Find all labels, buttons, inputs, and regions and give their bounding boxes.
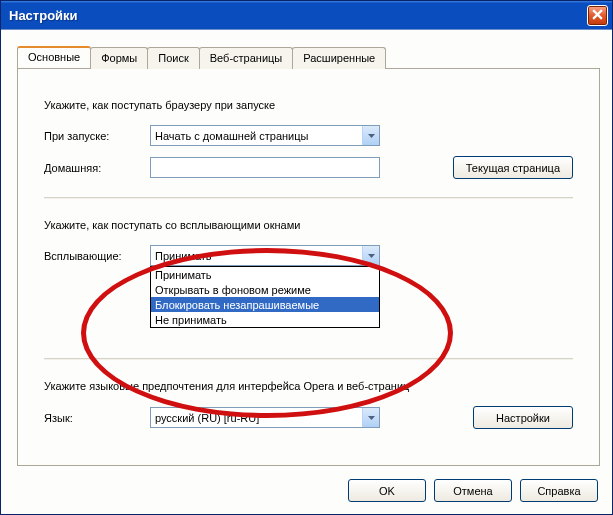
popups-combo[interactable]: Принимать [150,245,380,266]
popups-row: Всплывающие: Принимать Принимать Открыва… [44,245,573,266]
language-settings-button[interactable]: Настройки [473,406,573,429]
current-page-button[interactable]: Текущая страница [453,156,573,179]
language-label: Язык: [44,412,150,424]
close-icon [592,8,603,23]
cancel-button[interactable]: Отмена [434,479,512,502]
popups-label: Всплывающие: [44,250,150,262]
tab-main[interactable]: Основные [17,46,91,68]
tab-panel: Укажите, как поступать браузеру при запу… [17,68,600,466]
popup-option[interactable]: Не принимать [151,312,379,327]
homepage-input[interactable] [150,157,380,178]
popups-section-label: Укажите, как поступать со всплывающими о… [44,219,573,231]
help-button[interactable]: Справка [520,479,598,502]
popups-dropdown[interactable]: Принимать Открывать в фоновом режиме Бло… [150,266,380,328]
tab-advanced[interactable]: Расширенные [292,47,386,69]
titlebar[interactable]: Настройки [1,1,612,29]
onstart-value: Начать с домашней страницы [155,130,362,142]
chevron-down-icon [362,126,379,145]
dialog-buttons: OK Отмена Справка [348,479,598,502]
divider [44,358,573,360]
chevron-down-icon [362,408,379,427]
language-combo[interactable]: русский (RU) [ru-RU] [150,407,380,428]
onstart-combo[interactable]: Начать с домашней страницы [150,125,380,146]
close-button[interactable] [587,5,608,26]
window-title: Настройки [9,8,587,23]
popup-option[interactable]: Открывать в фоновом режиме [151,282,379,297]
tab-search[interactable]: Поиск [147,47,199,69]
popup-option[interactable]: Принимать [151,267,379,282]
chevron-down-icon [362,246,379,265]
onstart-row: При запуске: Начать с домашней страницы [44,125,573,146]
startup-section-label: Укажите, как поступать браузеру при запу… [44,99,573,111]
tab-forms[interactable]: Формы [90,47,148,69]
language-value: русский (RU) [ru-RU] [155,412,362,424]
tab-webpages[interactable]: Веб-страницы [199,47,294,69]
homepage-row: Домашняя: Текущая страница [44,156,573,179]
tabs: Основные Формы Поиск Веб-страницы Расшир… [17,46,386,68]
client-area: Основные Формы Поиск Веб-страницы Расшир… [1,29,612,514]
divider [44,197,573,199]
language-row: Язык: русский (RU) [ru-RU] Настройки [44,406,573,429]
ok-button[interactable]: OK [348,479,426,502]
onstart-label: При запуске: [44,130,150,142]
popup-option[interactable]: Блокировать незапрашиваемые [151,297,379,312]
homepage-label: Домашняя: [44,162,150,174]
language-section-label: Укажите языковые предпочтения для интерф… [44,380,573,392]
settings-window: Настройки Основные Формы Поиск Веб-стран… [0,0,613,515]
popups-value: Принимать [155,250,362,262]
